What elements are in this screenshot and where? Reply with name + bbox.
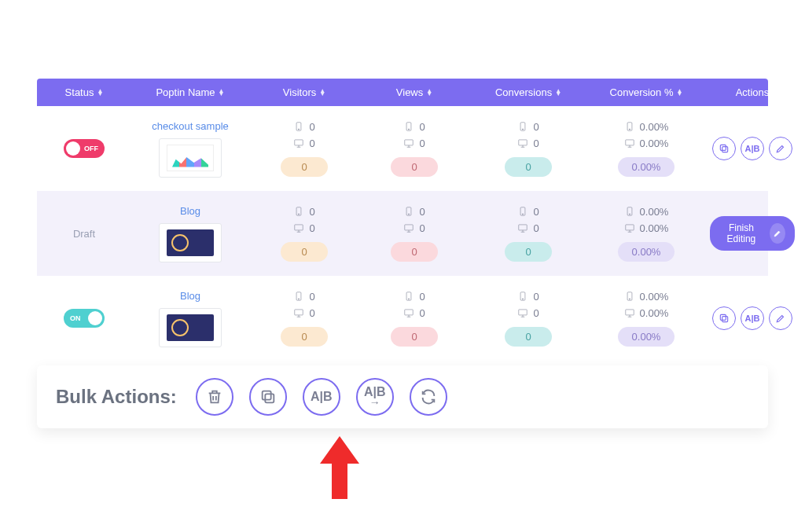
bulk-ab-button[interactable]: A|B [303,378,340,416]
table-row: ON Blog 0 0 0 0 0 0 0 0 0 0.00% 0.00% 0.… [37,276,768,361]
pencil-icon [770,223,785,244]
table-header-row: Status Poptin Name Visitors Views Conver… [37,79,768,106]
convpct-desktop: 0.00% [624,138,669,149]
ab-test-button[interactable]: A|B [741,137,764,160]
svg-point-30 [409,299,410,299]
svg-point-7 [523,129,524,130]
sort-icon [97,90,103,96]
ab-test-button[interactable]: A|B [741,306,764,330]
svg-rect-28 [295,310,303,315]
poptin-name-link[interactable]: Blog [180,205,200,217]
svg-point-15 [299,214,300,215]
svg-rect-16 [295,225,303,230]
svg-point-27 [299,299,300,299]
svg-point-1 [299,129,300,130]
svg-point-33 [523,299,524,299]
poptin-thumbnail[interactable] [159,308,222,347]
visitors-desktop: 0 [293,138,314,149]
svg-rect-25 [625,225,634,230]
poptin-thumbnail[interactable] [159,138,222,178]
visitors-desktop: 0 [293,222,314,234]
sort-icon [555,90,561,96]
convpct-total-pill: 0.00% [618,157,675,177]
svg-rect-13 [720,145,726,150]
bulk-duplicate-button[interactable] [249,378,287,416]
svg-rect-38 [722,317,728,322]
edit-button[interactable] [769,137,792,160]
svg-marker-42 [320,436,359,499]
edit-button[interactable] [769,306,792,330]
svg-rect-12 [722,147,728,152]
svg-rect-2 [295,140,303,145]
refresh-icon [420,388,437,405]
visitors-mobile: 0 [293,121,314,133]
svg-rect-40 [265,394,274,402]
svg-point-36 [629,299,630,299]
views-desktop: 0 [403,222,425,234]
conversions-mobile: 0 [517,206,539,218]
arrow-right-icon: → [369,397,380,408]
col-name[interactable]: Poptin Name [131,79,249,106]
convpct-desktop: 0.00% [624,222,669,234]
finish-editing-button[interactable]: Finish Editing [710,216,795,251]
bulk-actions-bar: Bulk Actions: A|B A|B→ [37,365,768,428]
views-total-pill: 0 [391,242,438,262]
svg-rect-8 [519,140,527,145]
poptin-thumbnail[interactable] [159,223,222,262]
visitors-total-pill: 0 [281,242,328,262]
views-mobile: 0 [403,121,425,133]
convpct-desktop: 0.00% [624,307,669,319]
bulk-refresh-button[interactable] [410,378,447,416]
bulk-ab-move-button[interactable]: A|B→ [356,378,394,416]
status-toggle-off[interactable]: OFF [64,139,105,158]
svg-rect-41 [262,391,270,400]
col-status[interactable]: Status [37,79,131,106]
svg-rect-5 [405,140,414,145]
sort-icon [219,90,225,96]
convpct-total-pill: 0.00% [618,327,675,347]
col-actions: Actions [705,79,799,106]
col-conv-pct[interactable]: Conversion % [587,79,705,106]
sort-icon [677,90,683,96]
col-visitors[interactable]: Visitors [249,79,359,106]
duplicate-button[interactable] [712,137,736,160]
conversions-total-pill: 0 [505,157,552,177]
svg-rect-22 [519,225,527,230]
svg-rect-34 [519,310,527,315]
convpct-mobile: 0.00% [624,121,669,133]
svg-rect-11 [625,140,634,145]
col-views[interactable]: Views [359,79,469,106]
visitors-total-pill: 0 [281,157,328,177]
conversions-mobile: 0 [517,121,539,133]
svg-point-24 [629,214,630,215]
sort-icon [319,90,325,96]
status-toggle-on[interactable]: ON [64,309,105,328]
svg-point-4 [409,129,410,130]
conversions-total-pill: 0 [505,242,552,262]
views-desktop: 0 [403,307,425,319]
visitors-mobile: 0 [293,291,314,303]
sort-icon [426,90,432,96]
bulk-delete-button[interactable] [196,378,233,416]
poptin-table: Status Poptin Name Visitors Views Conver… [37,79,768,499]
views-mobile: 0 [403,206,425,218]
svg-point-18 [409,214,410,215]
copy-icon [259,388,277,405]
status-draft-label: Draft [73,228,95,240]
conversions-total-pill: 0 [505,327,552,347]
conversions-desktop: 0 [517,138,539,149]
col-conversions[interactable]: Conversions [469,79,587,106]
convpct-total-pill: 0.00% [618,242,675,262]
convpct-mobile: 0.00% [624,206,669,218]
duplicate-button[interactable] [712,306,736,330]
poptin-name-link[interactable]: checkout sample [152,120,229,132]
visitors-total-pill: 0 [281,327,328,347]
views-desktop: 0 [403,138,425,149]
conversions-mobile: 0 [517,291,539,303]
views-total-pill: 0 [391,327,438,347]
visitors-desktop: 0 [293,307,314,319]
poptin-name-link[interactable]: Blog [180,290,200,302]
conversions-desktop: 0 [517,307,539,319]
trash-icon [206,388,223,405]
svg-rect-39 [720,314,726,320]
